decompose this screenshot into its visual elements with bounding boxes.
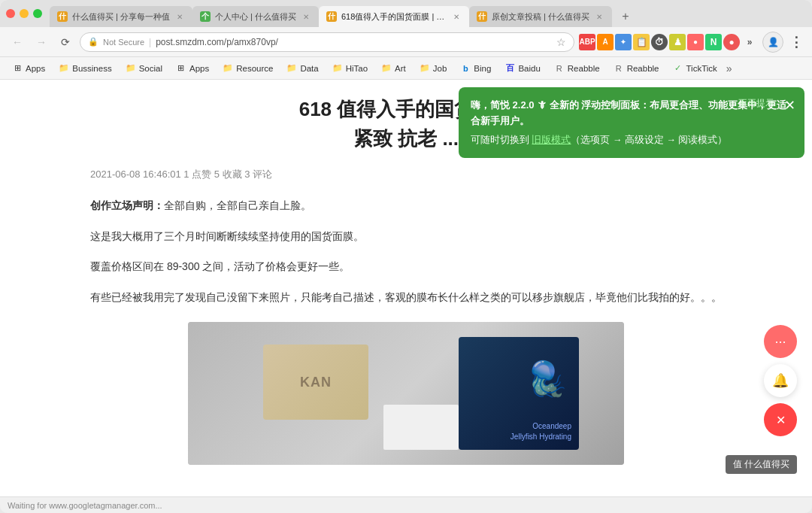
address-bar[interactable]: 🔒 Not Secure | post.smzdm.com/p/amx870vp… <box>80 32 574 52</box>
bookmark-reabble-2[interactable]: R Reabble <box>607 61 665 76</box>
notification-close-button[interactable]: ✕ <box>784 95 795 117</box>
tab-close-4[interactable]: ✕ <box>594 11 604 22</box>
bookmark-star-icon[interactable]: ☆ <box>556 36 566 48</box>
tab-close-2[interactable]: ✕ <box>301 11 311 22</box>
ext-icon-7[interactable]: N <box>705 34 722 50</box>
bookmark-job[interactable]: 📁 Job <box>414 61 453 76</box>
ext-icon-2[interactable]: ✦ <box>615 34 632 50</box>
product-image-center <box>383 405 459 450</box>
product-name: Jellyfish Hydrating <box>511 432 571 442</box>
bookmark-label: Resource <box>236 64 273 73</box>
bookmarks-more-button[interactable]: » <box>726 62 732 74</box>
back-button[interactable]: ← <box>8 32 27 52</box>
folder-icon: 📁 <box>59 63 69 74</box>
title-bar: 什 什么值得买 | 分享每一种值 ✕ 个 个人中心 | 什么值得买 ✕ 什 61… <box>0 0 812 27</box>
reload-button[interactable]: ⟳ <box>56 32 75 52</box>
bookmark-label: Job <box>433 64 447 73</box>
tab-close-1[interactable]: ✕ <box>174 11 185 22</box>
new-tab-button[interactable]: + <box>615 6 636 27</box>
article-statement: 创作立场声明：全部自购，全部自己亲自上脸。 <box>90 196 722 215</box>
tab-favicon-1: 什 <box>57 11 68 22</box>
reabble-icon-2: R <box>614 63 624 74</box>
tab-title-1: 什么值得买 | 分享每一种值 <box>72 11 170 23</box>
bookmark-ticktick[interactable]: ✓ TickTick <box>667 61 723 76</box>
bookmark-bing[interactable]: b Bing <box>454 61 497 76</box>
ticktick-icon: ✓ <box>673 63 683 74</box>
bookmark-label: Bing <box>474 64 491 73</box>
fab-bell-button[interactable]: 🔔 <box>764 364 797 397</box>
extension-icons: ABP A ✦ 📋 ⏱ ♟ ● N ● » <box>579 34 758 50</box>
ext-icon-5[interactable]: ♟ <box>669 34 686 50</box>
bookmark-label: Apps <box>26 64 45 73</box>
apps-grid-icon: ⊞ <box>176 63 186 74</box>
bookmark-apps-2[interactable]: ⊞ Apps <box>170 61 215 76</box>
brand-name: Oceandeep <box>511 421 571 432</box>
tab-3[interactable]: 什 618值得入手的国货面膜 | 清洁... ✕ <box>319 6 469 27</box>
bookmark-social[interactable]: 📁 Social <box>120 61 168 76</box>
ext-icon-3[interactable]: 📋 <box>633 34 650 50</box>
floating-action-buttons: ··· 🔔 ✕ <box>764 325 797 436</box>
more-extensions-button[interactable]: » <box>741 34 758 50</box>
folder-icon: 📁 <box>126 63 136 74</box>
ext-icon-6[interactable]: ● <box>687 34 704 50</box>
forward-button[interactable]: → <box>32 32 51 52</box>
page-content-area: 618 值得入手的国货面膜 紧致 抗老 ... 2021-06-08 16:46… <box>0 80 812 496</box>
apps-grid-icon: ⊞ <box>12 63 23 74</box>
bookmark-label: Social <box>139 64 162 73</box>
bookmark-label: HiTao <box>346 64 368 73</box>
notification-body: 可随时切换到 旧版模式（选项页 → 高级设定 → 阅读模式） <box>471 132 792 147</box>
article-para-3: 有些已经被我用完了发现自己没留下来照片，只能考自己描述，客观的膜布长什么样之类的… <box>90 287 722 308</box>
bookmark-label: Reabble <box>568 64 600 73</box>
statement-label: 创作立场声明： <box>90 199 164 211</box>
bookmark-resource[interactable]: 📁 Resource <box>217 61 279 76</box>
fab-main-button[interactable]: ··· <box>764 325 797 358</box>
user-avatar[interactable]: 👤 <box>762 32 783 53</box>
minimize-button[interactable] <box>20 9 29 18</box>
tab-favicon-2: 个 <box>200 11 211 22</box>
navigation-bar: ← → ⟳ 🔒 Not Secure | post.smzdm.com/p/am… <box>0 27 812 57</box>
tab-close-3[interactable]: ✕ <box>451 11 462 22</box>
browser-window: 什 什么值得买 | 分享每一种值 ✕ 个 个人中心 | 什么值得买 ✕ 什 61… <box>0 0 812 513</box>
notification-banner: 嗨，简悦 2.2.0 🗡 全新的 浮动控制面板：布局更合理、功能更集中，更适合新… <box>459 87 804 158</box>
tab-2[interactable]: 个 个人中心 | 什么值得买 ✕ <box>192 6 319 27</box>
bookmark-label: Baidu <box>518 64 540 73</box>
notification-no-remind-button[interactable]: 不再提示 <box>738 96 774 111</box>
bookmark-label: Art <box>395 64 406 73</box>
article-para-1: 这是我大概用了三个月时间断断续续坚持使用的国货面膜。 <box>90 226 722 247</box>
tab-1[interactable]: 什 什么值得买 | 分享每一种值 ✕ <box>50 6 192 27</box>
tab-4[interactable]: 什 原创文章投稿 | 什么值得买 ✕ <box>469 6 612 27</box>
folder-icon: 📁 <box>223 63 233 74</box>
bookmark-label: Bussiness <box>72 64 111 73</box>
address-separator: | <box>149 37 151 47</box>
bookmark-hitao[interactable]: 📁 HiTao <box>326 61 374 76</box>
abp-extension-icon[interactable]: ABP <box>579 34 595 50</box>
maximize-button[interactable] <box>33 9 42 18</box>
fab-close-button[interactable]: ✕ <box>764 403 797 436</box>
jellyfish-icon: 🪼 <box>526 348 568 409</box>
status-bar: Waiting for www.googletagmanager.com... <box>0 496 812 513</box>
tab-favicon-3: 什 <box>326 11 337 22</box>
bookmark-label: Apps <box>189 64 209 73</box>
close-button[interactable] <box>6 9 15 18</box>
ext-icon-8[interactable]: ● <box>723 34 740 50</box>
ext-icon-1[interactable]: A <box>597 34 614 50</box>
ext-icon-4[interactable]: ⏱ <box>651 34 668 50</box>
bookmark-apps-1[interactable]: ⊞ Apps <box>6 61 51 76</box>
bookmark-baidu[interactable]: 百 Baidu <box>498 61 546 76</box>
bookmark-art[interactable]: 📁 Art <box>375 61 412 76</box>
menu-button[interactable]: ⋮ <box>788 34 804 50</box>
article-meta: 2021-06-08 16:46:01 1 点赞 5 收藏 3 评论 <box>90 165 722 183</box>
bookmark-data[interactable]: 📁 Data <box>280 61 324 76</box>
bookmark-bussiness[interactable]: 📁 Bussiness <box>53 61 117 76</box>
product-image-right: 🪼 Oceandeep Jellyfish Hydrating <box>459 337 579 450</box>
security-lock-icon: 🔒 <box>88 37 98 47</box>
article-title-line2: 紧致 抗老 ... <box>353 127 459 150</box>
bookmark-reabble-1[interactable]: R Reabble <box>548 61 606 76</box>
traffic-lights <box>6 9 42 18</box>
bookmark-label: Reabble <box>627 64 659 73</box>
notification-old-version-link[interactable]: 旧版模式 <box>532 135 571 145</box>
url-text: post.smzdm.com/p/amx870vp/ <box>156 37 552 47</box>
folder-icon: 📁 <box>286 63 297 74</box>
tab-title-3: 618值得入手的国货面膜 | 清洁... <box>341 11 447 23</box>
tab-favicon-4: 什 <box>477 11 487 22</box>
